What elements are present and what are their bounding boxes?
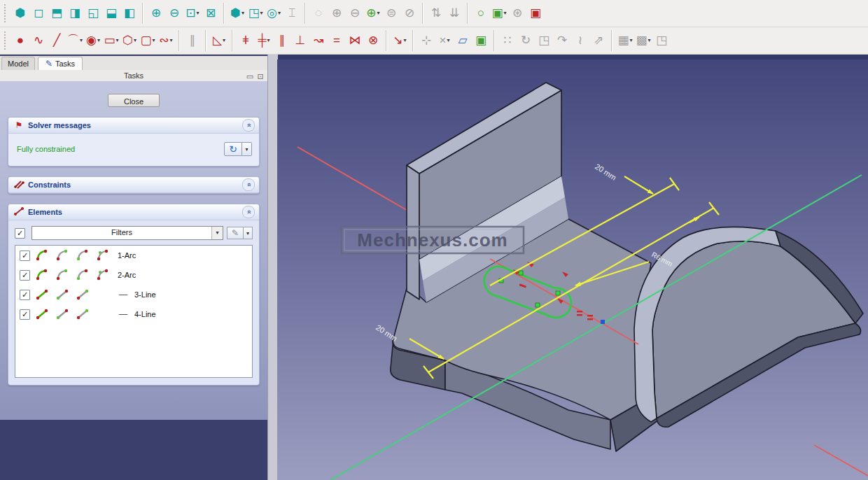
box-element-selection-icon[interactable]: ◳▾ [247, 3, 264, 23]
chevron-down-icon[interactable]: ▾ [170, 31, 173, 50]
constrain-coincident-icon[interactable]: ǂ [237, 31, 254, 50]
toggle-snap-icon[interactable]: ▩▾ [635, 31, 652, 50]
dock-float-icon[interactable]: ▭ [245, 71, 255, 82]
close-button[interactable]: Close [108, 94, 160, 107]
filters-combobox[interactable]: Filters ▾ [31, 226, 223, 240]
constrain-horizontal-vertical-icon[interactable]: ╪▾ [255, 31, 272, 50]
chevron-down-icon[interactable]: ▾ [116, 31, 119, 50]
chevron-down-icon[interactable]: ▾ [241, 3, 244, 23]
create-polyline-icon[interactable]: ∿ [30, 31, 47, 50]
constrain-tangent-icon[interactable]: ↝ [310, 31, 327, 50]
chevron-down-icon[interactable]: ▾ [504, 3, 507, 23]
chevron-down-icon[interactable]: ▾ [97, 31, 100, 50]
list-item-4-line[interactable]: ✓ — 4-Line [15, 304, 252, 324]
axonometric-view-icon[interactable]: ⬢ [12, 3, 29, 23]
periodic-bspline-polygon-icon[interactable]: ▣▾ [491, 3, 507, 23]
chevron-down-icon[interactable]: ▾ [260, 3, 263, 23]
list-item-3-line[interactable]: ✓ — 3-Line [15, 285, 252, 304]
draw-style-icon[interactable]: ⬢▾ [229, 3, 246, 23]
create-bspline-icon[interactable]: ∾▾ [158, 31, 174, 50]
external-geometry-icon[interactable]: ∥ [184, 31, 201, 50]
increase-bspline-degree-icon[interactable]: ⊕ [328, 3, 345, 23]
element-checkbox[interactable]: ✓ [20, 270, 30, 281]
refresh-solver-button[interactable]: ↻ ▾ [224, 142, 252, 156]
mirror-sketch-icon[interactable]: ↻ [517, 31, 534, 50]
collapse-chevron-icon[interactable]: » [242, 178, 255, 191]
elements-list[interactable]: ✓ 1-Arc ✓ [15, 245, 253, 378]
toggle-construction-geometry-icon[interactable]: ◺▾ [211, 31, 227, 50]
symmetry-icon[interactable]: ≀ [572, 31, 589, 50]
move-sketch-icon[interactable]: ⇗ [590, 31, 607, 50]
swap-geometry-id-down-icon[interactable]: ⇊ [446, 3, 463, 23]
insert-bspline-knot-icon[interactable]: ⊕▾ [365, 3, 382, 23]
constrain-perpendicular-icon[interactable]: ⊥ [292, 31, 309, 50]
panel-splitter[interactable] [267, 55, 278, 480]
constraint-settings-icon[interactable]: ⊹ [418, 31, 435, 50]
rectangular-array-icon[interactable]: ◳ [536, 31, 552, 50]
constrain-block-icon[interactable]: ⊗ [365, 31, 382, 50]
rotate-sketch-icon[interactable]: ↷ [554, 31, 570, 50]
constraints-header[interactable]: Constraints » [8, 177, 259, 193]
swap-geometry-id-up-icon[interactable]: ⇅ [428, 3, 444, 23]
decrease-bspline-degree-icon[interactable]: ⊖ [346, 3, 363, 23]
solver-messages-header[interactable]: ⚑ Solver messages » [8, 118, 259, 134]
chevron-down-icon[interactable]: ▾ [648, 31, 651, 50]
delete-all-constraints-icon[interactable]: ×▾ [436, 31, 453, 50]
carbon-copy-icon[interactable]: ▣ [472, 31, 489, 50]
chevron-down-icon[interactable]: ▾ [278, 3, 281, 23]
toggle-periodic-bspline-icon[interactable]: ○ [472, 3, 489, 23]
toggle-grid-icon[interactable]: ▦▾ [617, 31, 634, 50]
create-circle-icon[interactable]: ◉▾ [85, 31, 102, 50]
measure-icon[interactable]: ⌶ [284, 3, 300, 23]
top-view-icon[interactable]: ⬒ [48, 3, 65, 23]
constrain-distance-icon[interactable]: ↘▾ [391, 31, 408, 50]
chevron-down-icon[interactable]: ▾ [267, 31, 270, 50]
create-polygon-icon[interactable]: ⬡▾ [121, 31, 138, 50]
slot-vertex[interactable] [556, 291, 560, 295]
fit-selection-icon[interactable]: ⊠ [202, 3, 219, 23]
chevron-down-icon[interactable]: ▾ [134, 31, 136, 50]
filter-master-checkbox[interactable]: ✓ [15, 228, 25, 239]
fit-all-icon[interactable]: ⊡▾ [184, 3, 201, 23]
chevron-down-icon[interactable]: ▾ [223, 31, 225, 50]
tab-model[interactable]: Model [1, 57, 35, 70]
zoom-in-icon[interactable]: ⊕ [148, 3, 164, 23]
chevron-down-icon[interactable]: ▾ [404, 31, 407, 50]
chevron-down-icon[interactable]: ▾ [153, 31, 155, 50]
collapse-chevron-icon[interactable]: » [242, 206, 255, 218]
create-rectangle-icon[interactable]: ▭▾ [103, 31, 120, 50]
chevron-down-icon[interactable]: ▾ [80, 31, 83, 50]
origin-point[interactable] [601, 320, 605, 324]
create-point-icon[interactable]: ● [12, 31, 29, 50]
chevron-down-icon[interactable]: ▾ [377, 3, 380, 23]
dock-popout-icon[interactable]: ⊡ [255, 71, 265, 82]
left-view-icon[interactable]: ◧ [121, 3, 138, 23]
create-slot-icon[interactable]: ▢▾ [139, 31, 156, 50]
select-origin-icon[interactable]: ∷ [499, 31, 516, 50]
element-checkbox[interactable]: ✓ [20, 250, 30, 261]
chevron-down-icon[interactable]: ▾ [197, 3, 200, 23]
right-view-icon[interactable]: ◨ [66, 3, 83, 23]
3d-viewport[interactable]: 20 mm 20 mm R6 mm Mechnexus.com [277, 59, 868, 480]
box-zoom-icon[interactable]: ◎▾ [265, 3, 282, 23]
decrease-knot-multiplicity-icon[interactable]: ⊘ [401, 3, 418, 23]
rear-view-icon[interactable]: ◱ [85, 3, 102, 23]
chevron-down-icon[interactable]: ▾ [211, 227, 223, 239]
list-item-2-arc[interactable]: ✓ 2-Arc [15, 265, 252, 285]
convert-to-bspline-icon[interactable]: ◌ [310, 3, 327, 23]
list-item-1-arc[interactable]: ✓ 1-Arc [15, 246, 252, 265]
chevron-down-icon[interactable]: ▾ [244, 227, 253, 239]
elements-header[interactable]: Elements » [8, 204, 259, 220]
slot-vertex[interactable] [519, 271, 523, 275]
rendering-order-icon[interactable]: ◳ [653, 31, 670, 50]
chevron-down-icon[interactable]: ▾ [447, 31, 449, 50]
slot-vertex[interactable] [536, 303, 540, 307]
filter-settings-button[interactable]: ✎ ▾ [227, 227, 253, 239]
collapse-chevron-icon[interactable]: » [242, 119, 255, 132]
clone-sketch-icon[interactable]: ▣ [527, 3, 544, 23]
chevron-down-icon[interactable]: ▾ [630, 31, 633, 50]
tab-tasks[interactable]: ✎ Tasks [38, 57, 83, 70]
show-internal-geometry-icon[interactable]: ⊛ [509, 3, 526, 23]
element-checkbox[interactable]: ✓ [20, 290, 30, 300]
increase-knot-multiplicity-icon[interactable]: ⊜ [383, 3, 400, 23]
